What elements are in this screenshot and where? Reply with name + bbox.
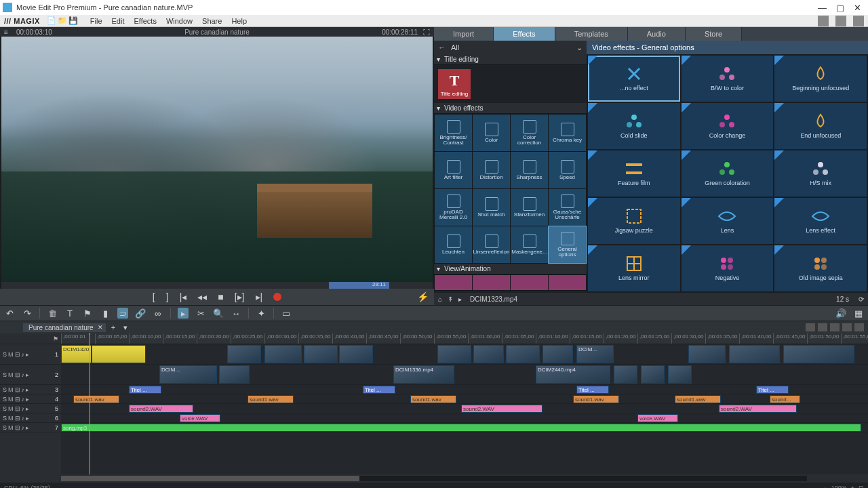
menu-window[interactable]: Window — [162, 17, 197, 25]
clip[interactable] — [437, 345, 471, 363]
tab-effects[interactable]: Effects — [494, 27, 555, 41]
track-2[interactable]: DCIM...DCIM1336.mp4DCIM2440.mp4 — [61, 365, 868, 385]
clip[interactable]: sound2.WAV — [461, 405, 542, 413]
link-icon[interactable]: 🔗 — [135, 308, 146, 319]
view-multicam-icon[interactable] — [842, 323, 852, 331]
maximize-button[interactable]: ▢ — [836, 3, 844, 13]
playhead[interactable] — [90, 333, 90, 474]
marker-icon[interactable]: ⚑ — [82, 308, 93, 319]
video-effect-tile[interactable]: Linsenreflexion — [473, 226, 510, 263]
clip[interactable] — [668, 365, 692, 384]
close-button[interactable]: ✕ — [854, 3, 861, 13]
stop-icon[interactable]: ■ — [218, 291, 223, 302]
video-effect-tile[interactable]: Sharpness — [511, 152, 548, 188]
view-scene-icon[interactable] — [818, 323, 827, 331]
undo-icon[interactable]: ↶ — [4, 308, 15, 319]
clip[interactable]: sound1.wav — [248, 395, 294, 403]
clip[interactable]: Titel ... — [363, 386, 395, 394]
preset-tile[interactable]: B/W to color — [682, 56, 774, 102]
timeline-ruler[interactable]: ,00:00:01,00:00:05,00,00:00:10,00,00:00:… — [61, 333, 868, 344]
clip[interactable] — [614, 365, 637, 384]
track-head-3[interactable]: SM⊟♪▸3 — [0, 385, 61, 394]
menu-help[interactable]: Help — [227, 17, 251, 25]
video-effect-tile[interactable]: Speed — [549, 152, 586, 188]
mixer-icon[interactable]: ▦ — [853, 308, 864, 319]
performance-icon[interactable]: ⚡ — [417, 291, 429, 302]
preview-expand-icon[interactable]: ⛶ — [423, 28, 430, 36]
redo-icon[interactable]: ↷ — [22, 308, 33, 319]
home-icon[interactable]: ⌂ — [438, 296, 442, 303]
range-start-icon[interactable]: [ — [153, 291, 155, 302]
delete-icon[interactable]: 🗑 — [47, 308, 58, 319]
clip[interactable]: voice.WAV — [637, 414, 678, 422]
category-title-editing[interactable]: ▾ Title editing — [434, 54, 587, 65]
track-5[interactable]: sound2.WAVsound2.WAVsound2.WAV — [61, 404, 868, 413]
clip[interactable] — [227, 345, 261, 363]
preset-tile[interactable]: Lens — [682, 198, 774, 244]
group-icon[interactable]: ∞ — [153, 308, 163, 319]
video-effect-tile[interactable]: Shot match — [473, 189, 510, 226]
clip[interactable] — [219, 365, 250, 384]
video-effect-tile[interactable]: Maskengene... — [511, 226, 548, 263]
video-effect-tile[interactable]: Art filter — [435, 152, 472, 188]
track-4[interactable]: sound1.wavsound1.wavsound1.wavsound1.wav… — [61, 394, 868, 404]
track-6[interactable]: voice.WAVvoice.WAV — [61, 413, 868, 423]
tab-audio[interactable]: Audio — [628, 27, 686, 41]
preset-tile[interactable]: Lens mirror — [588, 245, 680, 291]
category-view-animation[interactable]: ▾ View/Animation — [434, 264, 587, 274]
menu-effects[interactable]: Effects — [130, 17, 160, 25]
video-effect-tile[interactable]: Distortion — [473, 152, 510, 188]
clip[interactable]: sound1.wav — [675, 395, 721, 403]
settings-icon[interactable] — [835, 16, 846, 26]
zoom-out-icon[interactable]: − — [823, 485, 827, 488]
preset-tile[interactable]: Color change — [682, 103, 774, 149]
preset-tile[interactable]: H/S mix — [774, 150, 867, 197]
zoom-fit-icon[interactable]: ⊡ — [859, 485, 864, 488]
volume-icon[interactable]: 🔊 — [835, 308, 846, 319]
save-icon[interactable]: 💾 — [68, 16, 78, 26]
monitor-icon[interactable] — [818, 16, 829, 26]
clip[interactable]: sound2.WAV — [129, 405, 193, 413]
view-storyboard-icon[interactable] — [806, 323, 815, 331]
clip[interactable]: DCIM... — [159, 365, 217, 384]
clip[interactable]: sound1.wav — [573, 395, 619, 403]
clip[interactable]: song.mp3 — [61, 424, 861, 432]
go-end-icon[interactable]: ▸| — [256, 291, 263, 302]
menu-share[interactable]: Share — [198, 17, 226, 25]
clip[interactable]: voice.WAV — [180, 414, 220, 422]
video-effect-tile[interactable]: Color — [473, 115, 510, 151]
view-timeline-icon[interactable] — [830, 323, 840, 331]
go-start-icon[interactable]: |◂ — [180, 291, 187, 302]
preset-tile[interactable]: Feature film — [588, 150, 680, 197]
tab-templates[interactable]: Templates — [555, 27, 628, 41]
close-tab-icon[interactable]: ✕ — [98, 324, 103, 331]
zoom-in-icon[interactable]: + — [851, 485, 854, 488]
clip[interactable] — [304, 345, 338, 363]
breadcrumb-label[interactable]: All — [451, 43, 459, 52]
preset-tile[interactable]: Negative — [682, 245, 774, 291]
video-effect-tile[interactable]: Stanzformen — [511, 189, 548, 226]
clip[interactable]: Titel ... — [576, 386, 609, 394]
track-7[interactable]: song.mp3 — [61, 423, 868, 432]
new-file-icon[interactable]: 📄 — [47, 16, 56, 26]
video-effect-tile[interactable]: proDAD Mercalli 2.0 — [435, 189, 472, 226]
clip[interactable]: sound1.wav — [73, 395, 119, 403]
view-overview-icon[interactable] — [854, 323, 864, 331]
stretch-tool-icon[interactable]: ↔ — [231, 308, 241, 319]
up-icon[interactable]: ↟ — [448, 296, 453, 303]
chapter-icon[interactable]: ▮ — [100, 308, 111, 319]
clip[interactable]: DCIM... — [576, 345, 614, 363]
title-icon[interactable]: T — [64, 308, 75, 319]
open-folder-icon[interactable]: 📁 — [58, 16, 67, 26]
clip[interactable]: sound2.WAV — [719, 405, 797, 413]
tab-menu-icon[interactable]: ▾ — [121, 323, 130, 332]
video-effect-tile[interactable]: Gauss'sche Unschärfe — [549, 189, 586, 226]
clip[interactable] — [506, 345, 540, 363]
preview-menu-icon[interactable]: ≡ — [4, 28, 12, 36]
clip[interactable]: sound... — [770, 395, 800, 403]
prev-frame-icon[interactable]: ◂◂ — [197, 291, 207, 302]
clip[interactable]: DCIM2440.mp4 — [536, 365, 610, 384]
clip[interactable]: DCIM1320.mp4 — [61, 345, 92, 363]
video-effect-tile[interactable]: Color correction — [511, 115, 548, 151]
chevron-down-icon[interactable]: ⌄ — [576, 43, 583, 52]
